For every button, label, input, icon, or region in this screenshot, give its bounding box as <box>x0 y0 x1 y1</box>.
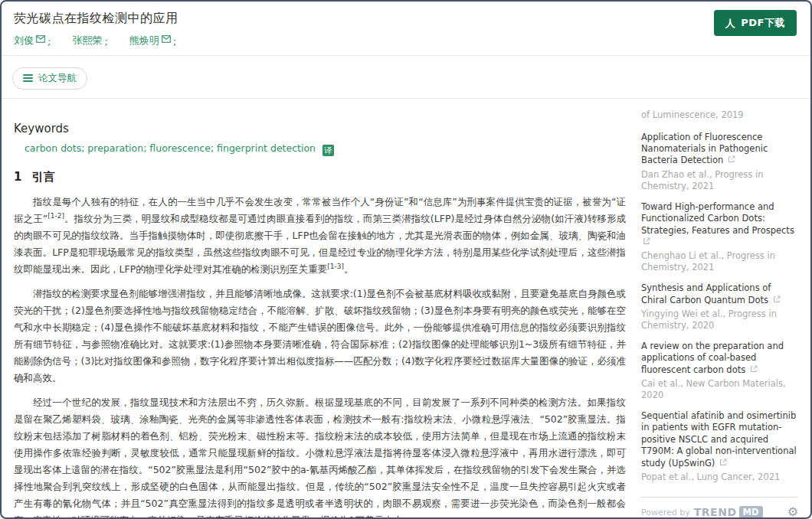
related-article: Sequential afatinib and osimertinib in p… <box>641 410 798 483</box>
related-article-meta-partial: of Luminescence, 2019 <box>641 109 798 121</box>
keywords-text[interactable]: carbon dots; preparation; fluorescence; … <box>25 142 316 154</box>
trendmd-brand[interactable]: TREND <box>694 506 737 518</box>
author-name[interactable]: 张熙荣 <box>72 34 102 47</box>
author-link[interactable]: 熊焕明; <box>129 34 176 47</box>
external-link-icon <box>643 237 650 245</box>
reference-marker[interactable]: [1-2] <box>47 211 64 219</box>
author-list: 刘俊;张熙荣;熊焕明; <box>14 34 798 47</box>
sidebar-footer-divider <box>641 497 798 498</box>
paper-navigation-button[interactable]: 论文导航 <box>12 67 87 90</box>
trendmd-badge[interactable]: MD <box>739 506 763 518</box>
related-article-meta: Chenghao Li et al., Progress in Chemistr… <box>641 250 798 273</box>
pdf-download-label: PDF下载 <box>741 16 785 30</box>
external-link-icon <box>750 365 758 373</box>
reference-marker[interactable]: [1-3] <box>327 262 344 269</box>
author-separator: ; <box>104 36 107 47</box>
author-link[interactable]: 刘俊; <box>14 34 51 47</box>
author-separator: ; <box>47 36 51 47</box>
related-article: Toward High-performance and Functionaliz… <box>641 201 798 274</box>
external-link-icon <box>719 459 727 466</box>
related-article-title[interactable]: Toward High-performance and Functionaliz… <box>641 201 794 247</box>
related-article-meta: Popat et al., Lung Cancer, 2021 <box>641 472 798 483</box>
related-article: Application of Fluorescence Nanomaterial… <box>641 132 798 192</box>
body-paragraph: 指纹是每个人独有的特征，在人的一生当中几乎不会发生改变，常常被当作个人“身份证”… <box>14 194 626 278</box>
section-number: 1 <box>14 170 21 184</box>
related-article-meta: Yingying Wei et al., Progress in Chemist… <box>641 308 798 331</box>
author-name[interactable]: 熊焕明 <box>129 34 159 47</box>
author-separator: ; <box>173 36 176 47</box>
toolbar-row: 论文导航 <box>2 56 810 98</box>
related-article-meta: Dan Zhao et al., Progress in Chemistry, … <box>641 169 798 192</box>
related-articles-list: Application of Fluorescence Nanomaterial… <box>641 132 798 483</box>
related-article-title[interactable]: A review on the preparation and applicat… <box>641 341 784 375</box>
keywords-heading: Keywords <box>14 122 626 135</box>
section-heading: 1引言 <box>14 170 626 184</box>
article-body: 指纹是每个人独有的特征，在人的一生当中几乎不会发生改变，常常被当作个人“身份证”… <box>14 194 626 519</box>
pdf-download-button[interactable]: 人 PDF下载 <box>714 10 797 36</box>
related-article-title[interactable]: Application of Fluorescence Nanomaterial… <box>641 132 768 166</box>
related-article-title[interactable]: Sequential afatinib and osimertinib in p… <box>641 410 797 468</box>
pdf-icon: 人 <box>725 18 736 28</box>
body-paragraph: 潜指纹的检测要求显色剂能够增强潜指纹，并且能够清晰地成像。这就要求:(1)显色剂… <box>14 286 626 387</box>
translate-badge[interactable]: 译 <box>323 145 334 156</box>
external-link-icon <box>773 295 781 303</box>
email-icon[interactable] <box>162 35 171 43</box>
article-main: Keywords carbon dots; preparation; fluor… <box>14 99 641 519</box>
menu-icon <box>23 74 33 82</box>
related-article: Synthesis and Applications of Chiral Car… <box>641 282 798 331</box>
page-title: 荧光碳点在指纹检测中的应用 <box>14 11 798 27</box>
settings-gear-icon[interactable]: ⚙ <box>787 506 798 518</box>
section-title: 引言 <box>31 170 54 184</box>
powered-by-label: Powered by <box>641 508 690 517</box>
related-article-meta: Cai et al., New Carbon Materials, 2020 <box>641 378 798 401</box>
sidebar-footer: Powered by TREND MD ⚙ <box>641 506 798 518</box>
body-paragraph: 经过一个世纪的发展，指纹显现技术和方法层出不穷，历久弥新。根据显现基底的不同，目… <box>14 394 626 519</box>
related-article-title[interactable]: Synthesis and Applications of Chiral Car… <box>641 282 781 305</box>
article-header: 荧光碳点在指纹检测中的应用 刘俊;张熙荣;熊焕明; 人 PDF下载 <box>2 2 810 55</box>
paper-navigation-label: 论文导航 <box>38 72 77 85</box>
external-link-icon <box>728 155 735 163</box>
author-name[interactable]: 刘俊 <box>14 34 34 47</box>
author-link[interactable]: 张熙荣; <box>72 34 107 47</box>
content-area: Keywords carbon dots; preparation; fluor… <box>2 99 810 519</box>
keywords-line: carbon dots; preparation; fluorescence; … <box>25 142 626 156</box>
related-articles-sidebar: of Luminescence, 2019 Application of Flu… <box>641 99 798 519</box>
email-icon[interactable] <box>36 35 45 43</box>
article-page-window: 荧光碳点在指纹检测中的应用 刘俊;张熙荣;熊焕明; 人 PDF下载 论文导航 K… <box>0 0 812 519</box>
related-article: A review on the preparation and applicat… <box>641 341 798 401</box>
